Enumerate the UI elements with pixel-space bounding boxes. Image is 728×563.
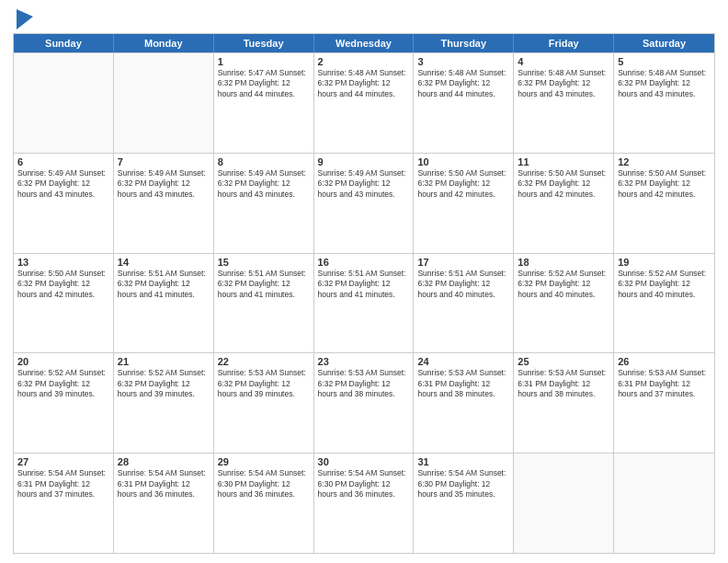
day-cell-20: 20Sunrise: 5:52 AM Sunset: 6:32 PM Dayli… (14, 353, 114, 453)
day-cell-6: 6Sunrise: 5:49 AM Sunset: 6:32 PM Daylig… (14, 154, 114, 253)
day-number: 16 (318, 257, 410, 268)
day-cell-31: 31Sunrise: 5:54 AM Sunset: 6:30 PM Dayli… (414, 454, 514, 553)
day-number: 10 (417, 156, 509, 167)
day-info: Sunrise: 5:47 AM Sunset: 6:32 PM Dayligh… (218, 68, 310, 99)
day-cell-12: 12Sunrise: 5:50 AM Sunset: 6:32 PM Dayli… (614, 154, 714, 253)
day-cell-27: 27Sunrise: 5:54 AM Sunset: 6:31 PM Dayli… (14, 454, 114, 553)
day-cell-empty (514, 454, 614, 553)
day-info: Sunrise: 5:49 AM Sunset: 6:32 PM Dayligh… (118, 168, 210, 200)
day-cell-1: 1Sunrise: 5:47 AM Sunset: 6:32 PM Daylig… (214, 53, 314, 153)
day-info: Sunrise: 5:53 AM Sunset: 6:31 PM Dayligh… (417, 368, 509, 399)
day-number: 31 (417, 456, 509, 467)
day-number: 23 (318, 356, 410, 367)
day-number: 29 (218, 456, 310, 467)
day-info: Sunrise: 5:50 AM Sunset: 6:32 PM Dayligh… (417, 168, 509, 200)
day-cell-10: 10Sunrise: 5:50 AM Sunset: 6:32 PM Dayli… (414, 154, 514, 253)
day-cell-5: 5Sunrise: 5:48 AM Sunset: 6:32 PM Daylig… (614, 53, 714, 153)
day-cell-25: 25Sunrise: 5:53 AM Sunset: 6:31 PM Dayli… (514, 353, 614, 453)
logo-icon (17, 9, 33, 29)
header-day-sunday: Sunday (14, 34, 114, 52)
day-info: Sunrise: 5:50 AM Sunset: 6:32 PM Dayligh… (17, 269, 109, 300)
day-number: 14 (118, 257, 210, 268)
day-info: Sunrise: 5:48 AM Sunset: 6:32 PM Dayligh… (318, 68, 410, 99)
day-number: 6 (17, 156, 109, 167)
header-day-wednesday: Wednesday (314, 34, 415, 52)
day-cell-empty (614, 454, 714, 553)
day-cell-24: 24Sunrise: 5:53 AM Sunset: 6:31 PM Dayli… (414, 353, 514, 453)
day-info: Sunrise: 5:53 AM Sunset: 6:31 PM Dayligh… (518, 368, 609, 399)
day-info: Sunrise: 5:52 AM Sunset: 6:32 PM Dayligh… (518, 269, 609, 300)
day-number: 20 (17, 356, 109, 367)
day-cell-13: 13Sunrise: 5:50 AM Sunset: 6:32 PM Dayli… (14, 254, 114, 353)
day-info: Sunrise: 5:50 AM Sunset: 6:32 PM Dayligh… (518, 168, 609, 200)
week-row-1: 1Sunrise: 5:47 AM Sunset: 6:32 PM Daylig… (14, 52, 714, 153)
day-cell-22: 22Sunrise: 5:53 AM Sunset: 6:32 PM Dayli… (214, 353, 314, 453)
day-cell-18: 18Sunrise: 5:52 AM Sunset: 6:32 PM Dayli… (514, 254, 614, 353)
day-cell-7: 7Sunrise: 5:49 AM Sunset: 6:32 PM Daylig… (114, 154, 214, 253)
day-number: 17 (417, 257, 509, 268)
day-number: 1 (218, 56, 310, 67)
day-number: 24 (417, 356, 509, 367)
day-info: Sunrise: 5:54 AM Sunset: 6:31 PM Dayligh… (118, 468, 210, 500)
day-info: Sunrise: 5:52 AM Sunset: 6:32 PM Dayligh… (17, 368, 109, 399)
day-info: Sunrise: 5:51 AM Sunset: 6:32 PM Dayligh… (218, 269, 310, 300)
day-cell-14: 14Sunrise: 5:51 AM Sunset: 6:32 PM Dayli… (114, 254, 214, 353)
day-number: 30 (318, 456, 410, 467)
day-cell-19: 19Sunrise: 5:52 AM Sunset: 6:32 PM Dayli… (614, 254, 714, 353)
day-cell-28: 28Sunrise: 5:54 AM Sunset: 6:31 PM Dayli… (114, 454, 214, 553)
header-day-thursday: Thursday (414, 34, 514, 52)
day-info: Sunrise: 5:49 AM Sunset: 6:32 PM Dayligh… (17, 168, 109, 200)
day-cell-11: 11Sunrise: 5:50 AM Sunset: 6:32 PM Dayli… (514, 154, 614, 253)
day-cell-2: 2Sunrise: 5:48 AM Sunset: 6:32 PM Daylig… (314, 53, 415, 153)
day-cell-17: 17Sunrise: 5:51 AM Sunset: 6:32 PM Dayli… (414, 254, 514, 353)
day-info: Sunrise: 5:49 AM Sunset: 6:32 PM Dayligh… (318, 168, 410, 200)
day-number: 25 (518, 356, 609, 367)
logo (13, 9, 33, 29)
day-info: Sunrise: 5:54 AM Sunset: 6:30 PM Dayligh… (218, 468, 310, 500)
day-number: 3 (417, 56, 509, 67)
header (13, 9, 715, 29)
day-cell-4: 4Sunrise: 5:48 AM Sunset: 6:32 PM Daylig… (514, 53, 614, 153)
calendar: SundayMondayTuesdayWednesdayThursdayFrid… (13, 33, 715, 554)
day-number: 13 (17, 257, 109, 268)
day-info: Sunrise: 5:48 AM Sunset: 6:32 PM Dayligh… (417, 68, 509, 99)
day-number: 5 (618, 56, 711, 67)
calendar-body: 1Sunrise: 5:47 AM Sunset: 6:32 PM Daylig… (14, 52, 714, 553)
day-number: 7 (118, 156, 210, 167)
day-info: Sunrise: 5:51 AM Sunset: 6:32 PM Dayligh… (417, 269, 509, 300)
header-day-saturday: Saturday (614, 34, 714, 52)
day-number: 28 (118, 456, 210, 467)
day-cell-30: 30Sunrise: 5:54 AM Sunset: 6:30 PM Dayli… (314, 454, 415, 553)
day-cell-21: 21Sunrise: 5:52 AM Sunset: 6:32 PM Dayli… (114, 353, 214, 453)
day-number: 4 (518, 56, 609, 67)
day-info: Sunrise: 5:48 AM Sunset: 6:32 PM Dayligh… (518, 68, 609, 99)
day-cell-23: 23Sunrise: 5:53 AM Sunset: 6:32 PM Dayli… (314, 353, 415, 453)
day-number: 27 (17, 456, 109, 467)
day-number: 21 (118, 356, 210, 367)
day-cell-16: 16Sunrise: 5:51 AM Sunset: 6:32 PM Dayli… (314, 254, 415, 353)
day-number: 26 (618, 356, 711, 367)
week-row-3: 13Sunrise: 5:50 AM Sunset: 6:32 PM Dayli… (14, 253, 714, 353)
day-cell-3: 3Sunrise: 5:48 AM Sunset: 6:32 PM Daylig… (414, 53, 514, 153)
day-cell-29: 29Sunrise: 5:54 AM Sunset: 6:30 PM Dayli… (214, 454, 314, 553)
day-info: Sunrise: 5:54 AM Sunset: 6:30 PM Dayligh… (318, 468, 410, 500)
day-cell-9: 9Sunrise: 5:49 AM Sunset: 6:32 PM Daylig… (314, 154, 415, 253)
day-number: 8 (218, 156, 310, 167)
day-number: 15 (218, 257, 310, 268)
day-info: Sunrise: 5:50 AM Sunset: 6:32 PM Dayligh… (618, 168, 711, 200)
week-row-4: 20Sunrise: 5:52 AM Sunset: 6:32 PM Dayli… (14, 352, 714, 453)
day-number: 2 (318, 56, 410, 67)
day-info: Sunrise: 5:52 AM Sunset: 6:32 PM Dayligh… (118, 368, 210, 399)
calendar-header: SundayMondayTuesdayWednesdayThursdayFrid… (14, 34, 714, 52)
header-day-friday: Friday (514, 34, 614, 52)
day-number: 11 (518, 156, 609, 167)
day-number: 12 (618, 156, 711, 167)
day-cell-empty (14, 53, 114, 153)
header-day-tuesday: Tuesday (214, 34, 314, 52)
day-info: Sunrise: 5:53 AM Sunset: 6:31 PM Dayligh… (618, 368, 711, 399)
svg-marker-0 (17, 9, 33, 29)
day-info: Sunrise: 5:53 AM Sunset: 6:32 PM Dayligh… (218, 368, 310, 399)
day-number: 22 (218, 356, 310, 367)
day-cell-26: 26Sunrise: 5:53 AM Sunset: 6:31 PM Dayli… (614, 353, 714, 453)
day-info: Sunrise: 5:52 AM Sunset: 6:32 PM Dayligh… (618, 269, 711, 300)
